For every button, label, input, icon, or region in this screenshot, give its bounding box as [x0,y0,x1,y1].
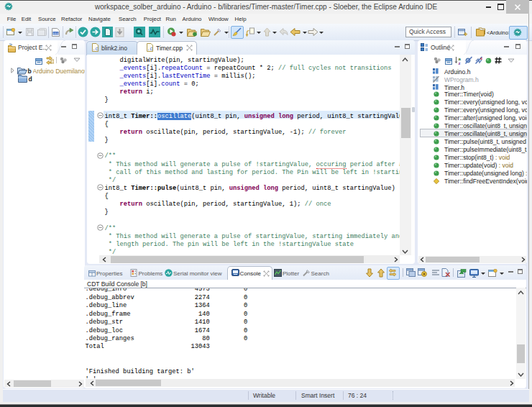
svg-text:z: z [459,61,461,65]
svg-text:.c: .c [147,47,153,52]
svg-text:.c: .c [93,47,98,52]
svg-text:s: s [480,56,482,60]
svg-text:010: 010 [53,31,59,35]
